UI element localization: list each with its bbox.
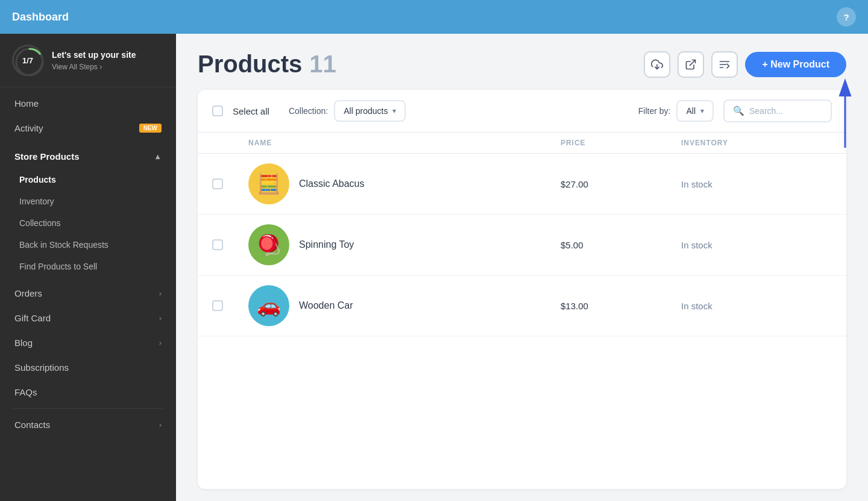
row-checkbox-1[interactable] xyxy=(212,178,223,189)
product-avatar-1: 🧮 xyxy=(248,163,289,204)
sort-icon-button[interactable] xyxy=(711,51,738,78)
collection-chevron-icon: ▾ xyxy=(392,107,396,115)
header-actions: + New Product xyxy=(644,51,846,78)
topbar-title: Dashboard xyxy=(12,11,69,24)
sidebar-item-activity[interactable]: Activity NEW xyxy=(0,116,176,140)
setup-info: Let's set up your site View All Steps › xyxy=(52,49,136,71)
product-inventory-1: In stock xyxy=(681,179,832,189)
product-name-1: Classic Abacus xyxy=(299,178,365,189)
orders-arrow-icon: › xyxy=(159,289,162,298)
table-row[interactable]: 🪀 Spinning Toy $5.00 In stock xyxy=(198,215,846,276)
products-title: Products 11 xyxy=(198,51,336,78)
sidebar-item-orders[interactable]: Orders › xyxy=(0,281,176,306)
product-info-3: 🚗 Wooden Car xyxy=(248,285,561,326)
sidebar-item-home[interactable]: Home xyxy=(0,91,176,116)
sidebar: 1/7 Let's set up your site View All Step… xyxy=(0,34,176,501)
import-icon-button[interactable] xyxy=(644,51,670,78)
store-products-chevron: ▲ xyxy=(154,152,162,161)
row-checkbox-2[interactable] xyxy=(212,239,223,250)
export-icon-button[interactable] xyxy=(678,51,704,78)
progress-text: 1/7 xyxy=(22,56,33,65)
store-products-subnav: Products Inventory Collections Back in S… xyxy=(0,169,176,277)
product-price-2: $5.00 xyxy=(561,240,681,250)
help-button[interactable]: ? xyxy=(837,7,856,27)
contacts-arrow-icon: › xyxy=(159,420,162,429)
collection-filter-group: Collection: All products ▾ xyxy=(289,100,406,122)
sidebar-item-inventory[interactable]: Inventory xyxy=(0,191,176,212)
sidebar-item-products[interactable]: Products xyxy=(0,169,176,191)
search-icon: 🔍 xyxy=(733,106,744,116)
activity-new-badge: NEW xyxy=(139,124,162,133)
col-header-inventory: INVENTORY xyxy=(681,139,832,147)
table-row[interactable]: 🧮 Classic Abacus $27.00 In stock xyxy=(198,154,846,215)
content-area: Products 11 xyxy=(176,34,868,501)
collection-label: Collection: xyxy=(289,106,328,116)
svg-line-3 xyxy=(690,60,696,65)
product-info-1: 🧮 Classic Abacus xyxy=(248,163,561,204)
new-product-button[interactable]: + New Product xyxy=(745,52,846,77)
topbar: Dashboard ? xyxy=(0,0,868,34)
setup-title: Let's set up your site xyxy=(52,49,136,60)
main-layout: 1/7 Let's set up your site View All Step… xyxy=(0,34,868,501)
sidebar-item-find-products[interactable]: Find Products to Sell xyxy=(0,256,176,277)
product-price-3: $13.00 xyxy=(561,301,681,311)
bottom-nav-section: Orders › Gift Card › Blog › Subscription… xyxy=(0,277,176,441)
product-inventory-2: In stock xyxy=(681,240,832,250)
products-count: 11 xyxy=(309,51,336,78)
sidebar-item-subscriptions[interactable]: Subscriptions xyxy=(0,355,176,380)
col-header-name: NAME xyxy=(248,139,561,147)
select-all-checkbox[interactable] xyxy=(212,106,223,116)
filter-by-group: Filter by: All ▾ xyxy=(638,100,714,122)
filter-by-label: Filter by: xyxy=(638,106,671,116)
blog-arrow-icon: › xyxy=(159,338,162,347)
col-header-price: PRICE xyxy=(561,139,681,147)
select-all-label: Select all xyxy=(233,106,269,116)
product-price-1: $27.00 xyxy=(561,179,681,189)
sidebar-item-contacts[interactable]: Contacts › xyxy=(0,412,176,437)
store-products-header[interactable]: Store Products ▲ xyxy=(0,144,176,169)
product-avatar-3: 🚗 xyxy=(248,285,289,326)
view-all-steps-link[interactable]: View All Steps › xyxy=(52,63,136,71)
top-nav-section: Home Activity NEW xyxy=(0,87,176,144)
sidebar-item-gift-card[interactable]: Gift Card › xyxy=(0,306,176,330)
filter-bar: Select all Collection: All products ▾ Fi… xyxy=(198,90,846,133)
progress-circle: 1/7 xyxy=(12,45,43,76)
search-box[interactable]: 🔍 Search... xyxy=(723,99,832,122)
collection-select[interactable]: All products ▾ xyxy=(334,100,406,122)
products-table: Select all Collection: All products ▾ Fi… xyxy=(198,90,846,489)
gift-card-arrow-icon: › xyxy=(159,314,162,323)
filter-by-select[interactable]: All ▾ xyxy=(676,100,714,122)
row-checkbox-3[interactable] xyxy=(212,300,223,311)
product-name-2: Spinning Toy xyxy=(299,239,354,250)
sidebar-item-back-in-stock[interactable]: Back in Stock Requests xyxy=(0,234,176,256)
sidebar-item-faqs[interactable]: FAQs xyxy=(0,380,176,405)
product-info-2: 🪀 Spinning Toy xyxy=(248,224,561,265)
setup-block: 1/7 Let's set up your site View All Step… xyxy=(0,34,176,87)
table-row[interactable]: 🚗 Wooden Car $13.00 In stock xyxy=(198,276,846,336)
product-inventory-3: In stock xyxy=(681,301,832,311)
filter-by-chevron-icon: ▾ xyxy=(700,107,704,115)
new-product-container: + New Product xyxy=(745,52,846,77)
sidebar-item-blog[interactable]: Blog › xyxy=(0,330,176,355)
products-header: Products 11 xyxy=(176,34,868,90)
nav-divider xyxy=(12,408,164,409)
column-headers: NAME PRICE INVENTORY xyxy=(198,133,846,154)
product-name-3: Wooden Car xyxy=(299,300,353,311)
product-avatar-2: 🪀 xyxy=(248,224,289,265)
sidebar-item-collections[interactable]: Collections xyxy=(0,212,176,234)
